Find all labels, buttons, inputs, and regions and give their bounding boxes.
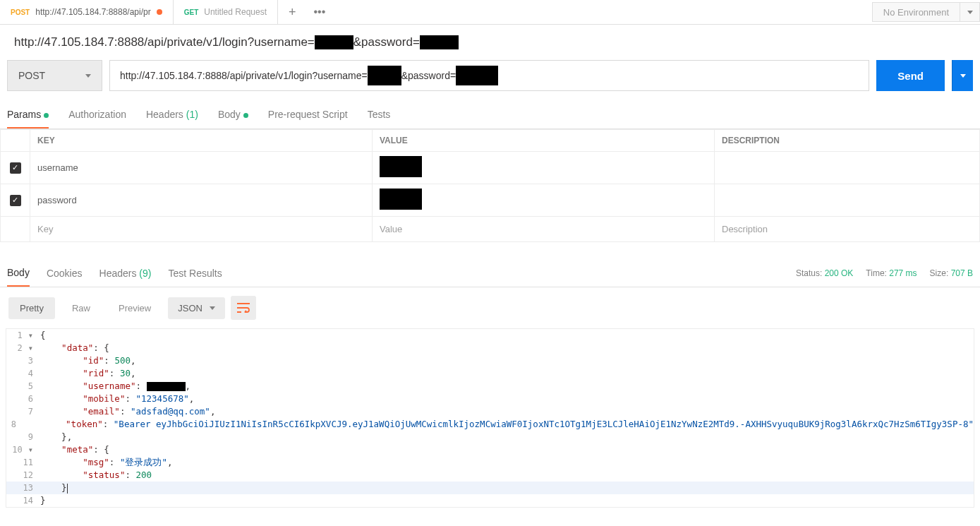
tab-title: Untitled Request bbox=[204, 7, 267, 17]
response-tab-testresults[interactable]: Test Results bbox=[168, 268, 222, 286]
content-type-value: JSON bbox=[178, 303, 202, 313]
request-tab-1[interactable]: GET Untitled Request bbox=[174, 0, 278, 24]
size-label: Size: bbox=[930, 268, 949, 278]
request-input-row: POST http://47.105.184.7:8888/api/privat… bbox=[0, 60, 980, 102]
cell-value[interactable] bbox=[373, 184, 715, 217]
redacted-username bbox=[368, 66, 401, 85]
url-input[interactable]: http://47.105.184.7:8888/api/private/v1/… bbox=[109, 60, 869, 91]
json-email: adsfad@qq.com bbox=[136, 406, 205, 417]
tab-authorization[interactable]: Authorization bbox=[68, 102, 126, 128]
send-dropdown-button[interactable] bbox=[952, 60, 973, 91]
response-tab-cookies[interactable]: Cookies bbox=[47, 268, 83, 286]
response-meta: Status: 200 OK Time: 277 ms Size: 707 B bbox=[796, 268, 973, 285]
json-mobile: 12345678 bbox=[141, 393, 183, 404]
status-label: Status: bbox=[796, 268, 822, 278]
chevron-down-icon bbox=[960, 74, 966, 78]
header-count: (1) bbox=[186, 109, 198, 120]
environment-dropdown[interactable]: No Environment bbox=[872, 2, 960, 22]
tab-label: Body bbox=[218, 109, 241, 120]
tab-tests[interactable]: Tests bbox=[368, 102, 391, 128]
row-checkbox[interactable]: ✓ bbox=[10, 162, 21, 174]
tab-label: Headers bbox=[99, 268, 137, 279]
cell-key[interactable]: username bbox=[30, 152, 373, 184]
tab-label: Params bbox=[7, 109, 41, 120]
view-pretty-button[interactable]: Pretty bbox=[8, 297, 55, 319]
cell-desc-placeholder[interactable]: Description bbox=[715, 217, 980, 242]
cell-key[interactable]: password bbox=[30, 184, 373, 217]
json-rid: 30 bbox=[120, 368, 131, 378]
redacted-password bbox=[420, 35, 459, 49]
method-value: POST bbox=[18, 70, 45, 81]
request-title: http://47.105.184.7:8888/api/private/v1/… bbox=[0, 25, 980, 60]
environment-quicklook-button[interactable] bbox=[960, 2, 980, 22]
header-count: (9) bbox=[139, 268, 151, 279]
url-mid: &password= bbox=[401, 70, 456, 81]
tab-headers[interactable]: Headers (1) bbox=[146, 102, 198, 128]
redacted-value bbox=[380, 189, 422, 210]
response-body-editor[interactable]: 1 ▾{ 2 ▾ "data": { 3 "id": 500, 4 "rid":… bbox=[6, 328, 974, 508]
wrap-lines-button[interactable] bbox=[231, 296, 256, 320]
table-row[interactable]: ✓ password bbox=[1, 184, 980, 217]
wrap-icon bbox=[237, 303, 250, 313]
new-tab-button[interactable]: + bbox=[278, 5, 307, 20]
json-status: 200 bbox=[136, 470, 152, 480]
response-tabs: Body Cookies Headers (9) Test Results St… bbox=[0, 256, 980, 287]
table-row[interactable]: ✓ username bbox=[1, 152, 980, 184]
cell-desc[interactable] bbox=[715, 152, 980, 184]
response-tab-body[interactable]: Body bbox=[7, 267, 30, 287]
send-button[interactable]: Send bbox=[876, 60, 945, 91]
chevron-down-icon bbox=[967, 11, 973, 14]
tab-method: GET bbox=[184, 8, 199, 16]
json-msg: 登录成功 bbox=[125, 457, 162, 467]
table-row-empty[interactable]: Key Value Description bbox=[1, 217, 980, 242]
title-mid: &password= bbox=[353, 35, 420, 49]
chevron-down-icon bbox=[85, 74, 91, 78]
environment-label: No Environment bbox=[883, 7, 949, 18]
tab-overflow-button[interactable]: ••• bbox=[307, 6, 333, 18]
view-preview-button[interactable]: Preview bbox=[107, 297, 162, 319]
environment-selector: No Environment bbox=[872, 0, 980, 24]
title-prefix: http://47.105.184.7:8888/api/private/v1/… bbox=[14, 35, 315, 49]
cell-value[interactable] bbox=[373, 152, 715, 184]
response-tab-headers[interactable]: Headers (9) bbox=[99, 268, 152, 286]
tab-prerequest[interactable]: Pre-request Script bbox=[268, 102, 348, 128]
size-value: 707 B bbox=[951, 268, 973, 278]
time-label: Time: bbox=[866, 268, 887, 278]
indicator-dot-icon bbox=[243, 113, 248, 118]
tab-params[interactable]: Params bbox=[7, 102, 49, 128]
indicator-dot-icon bbox=[44, 113, 49, 118]
redacted-value bbox=[380, 156, 422, 177]
redacted-username bbox=[315, 35, 353, 49]
json-id: 500 bbox=[114, 355, 131, 366]
tab-title: http://47.105.184.7:8888/api/pr bbox=[35, 7, 150, 17]
cell-value-placeholder[interactable]: Value bbox=[373, 217, 715, 242]
cell-desc[interactable] bbox=[715, 184, 980, 217]
format-bar: Pretty Raw Preview JSON bbox=[0, 287, 980, 328]
params-table: KEY VALUE DESCRIPTION ✓ username ✓ passw… bbox=[0, 129, 980, 242]
col-value: VALUE bbox=[373, 130, 715, 152]
status-value: 200 OK bbox=[825, 268, 854, 278]
json-token: Bearer eyJhbGciOiJIUzI1NiIsInR5cCI6IkpXV… bbox=[119, 419, 968, 429]
method-dropdown[interactable]: POST bbox=[7, 60, 102, 91]
tab-label: Headers bbox=[146, 109, 183, 120]
url-prefix: http://47.105.184.7:8888/api/private/v1/… bbox=[120, 70, 368, 81]
row-checkbox[interactable]: ✓ bbox=[10, 195, 21, 206]
view-raw-button[interactable]: Raw bbox=[61, 297, 102, 319]
col-check bbox=[1, 130, 30, 152]
cursor-icon bbox=[67, 484, 68, 494]
col-desc: DESCRIPTION bbox=[715, 130, 980, 152]
redacted-password bbox=[456, 66, 498, 85]
content-type-dropdown[interactable]: JSON bbox=[168, 297, 225, 319]
cell-key-placeholder[interactable]: Key bbox=[30, 217, 373, 242]
chevron-down-icon bbox=[210, 306, 215, 310]
time-value: 277 ms bbox=[889, 268, 917, 278]
request-subtabs: Params Authorization Headers (1) Body Pr… bbox=[0, 102, 980, 129]
tab-bar: POST http://47.105.184.7:8888/api/pr GET… bbox=[0, 0, 980, 25]
redacted-username bbox=[147, 382, 186, 391]
unsaved-dot-icon bbox=[157, 9, 162, 15]
request-tab-0[interactable]: POST http://47.105.184.7:8888/api/pr bbox=[0, 0, 174, 24]
col-key: KEY bbox=[30, 130, 373, 152]
tab-body[interactable]: Body bbox=[218, 102, 248, 128]
tab-method: POST bbox=[11, 8, 30, 16]
